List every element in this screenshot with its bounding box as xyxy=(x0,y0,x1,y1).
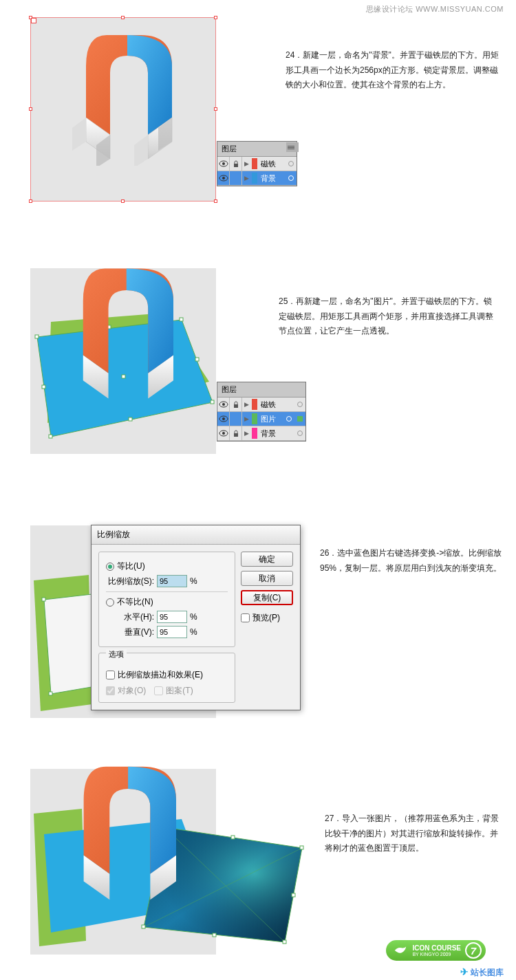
uniform-label: 等比(U) xyxy=(117,560,145,572)
layers-panel-title: 图层 xyxy=(222,144,237,154)
step-27-text: 27．导入一张图片，（推荐用蓝色系为主，背景比较干净的图片）对其进行缩放和旋转操… xyxy=(325,812,504,856)
canvas-bg-selected xyxy=(30,17,216,202)
visibility-toggle[interactable] xyxy=(217,398,230,411)
course-badge: ICON COURSE BY KINGYO 2009 7 xyxy=(386,940,486,961)
layer-color-swatch xyxy=(252,413,257,424)
expand-toggle[interactable]: ▶ xyxy=(242,157,250,171)
magnet-icon xyxy=(72,28,189,166)
layers-panel-2: 图层 ▶ 磁铁 ▶ 图片 ▶ 背景 xyxy=(217,382,306,442)
cancel-button[interactable]: 取消 xyxy=(241,571,293,586)
vert-label: 垂直(V): xyxy=(106,627,154,638)
selection-handle[interactable] xyxy=(121,16,125,19)
target-icon[interactable] xyxy=(288,175,294,181)
target-icon[interactable] xyxy=(297,431,303,436)
ok-button[interactable]: 确定 xyxy=(241,552,293,567)
layer-color-swatch xyxy=(252,399,257,410)
svg-rect-19 xyxy=(234,404,238,408)
horiz-input[interactable] xyxy=(157,611,187,623)
scale-s-input[interactable] xyxy=(157,575,187,587)
svg-rect-15 xyxy=(42,385,45,389)
panel-menu-icon[interactable] xyxy=(286,142,299,152)
objects-checkbox: 对象(O) xyxy=(106,685,146,697)
canvas-with-shapes xyxy=(30,268,216,454)
layer-name[interactable]: 图片 xyxy=(259,414,283,424)
svg-rect-28 xyxy=(42,598,45,601)
svg-point-21 xyxy=(222,417,225,420)
svg-rect-40 xyxy=(142,925,145,928)
options-legend: 选项 xyxy=(106,649,127,660)
visibility-toggle[interactable] xyxy=(217,157,230,171)
layers-panel-header: 图层 xyxy=(217,382,305,398)
canvas-step27 xyxy=(30,769,216,955)
preview-checkbox[interactable]: 预览(P) xyxy=(241,612,293,624)
visibility-toggle[interactable] xyxy=(217,426,230,440)
bird-icon xyxy=(393,943,408,958)
options-group: 选项 比例缩放描边和效果(E) 对象(O) 图案(T) xyxy=(98,653,235,703)
layer-name[interactable]: 磁铁 xyxy=(259,159,286,169)
expand-toggle[interactable]: ▶ xyxy=(242,398,250,411)
uniform-radio[interactable] xyxy=(106,563,114,571)
layer-row-magnet[interactable]: ▶ 磁铁 xyxy=(217,398,305,412)
target-icon[interactable] xyxy=(288,161,294,166)
lock-toggle[interactable] xyxy=(230,171,242,185)
layers-panel-header: 图层 xyxy=(217,142,297,157)
target-icon[interactable] xyxy=(297,402,303,407)
svg-rect-29 xyxy=(49,692,52,695)
selection-indicator xyxy=(297,416,303,422)
step-25-figure xyxy=(30,268,216,454)
svg-rect-24 xyxy=(234,433,238,437)
nonuniform-label: 不等比(N) xyxy=(117,596,153,608)
svg-point-18 xyxy=(222,403,225,406)
svg-rect-38 xyxy=(300,846,303,849)
selection-handle[interactable] xyxy=(214,16,217,19)
nonuniform-radio[interactable] xyxy=(106,598,114,607)
svg-point-23 xyxy=(222,432,225,435)
vert-input[interactable] xyxy=(157,626,187,638)
layers-panel: 图层 ▶ 磁铁 ▶ 背景 xyxy=(217,141,297,186)
lock-toggle[interactable] xyxy=(230,412,242,426)
svg-rect-10 xyxy=(211,400,214,404)
layer-row-magnet[interactable]: ▶ 磁铁 xyxy=(217,157,297,171)
step-24-text: 24．新建一层，命名为"背景"。并置于磁铁层的下方。用矩形工具画一个边长为256… xyxy=(286,48,506,93)
badge-number: 7 xyxy=(465,942,482,959)
selection-handle[interactable] xyxy=(214,199,217,203)
selection-handle[interactable] xyxy=(29,199,32,203)
layer-row-pic[interactable]: ▶ 图片 xyxy=(217,412,305,426)
target-icon[interactable] xyxy=(286,416,292,422)
lock-toggle[interactable] xyxy=(230,398,242,411)
layer-color-swatch xyxy=(252,158,257,169)
svg-rect-13 xyxy=(195,358,199,361)
site-watermark: 思缘设计论坛 WWW.MISSYUAN.COM xyxy=(366,4,504,14)
visibility-toggle[interactable] xyxy=(217,412,230,426)
lock-toggle[interactable] xyxy=(230,426,242,440)
horiz-label: 水平(H): xyxy=(106,611,154,623)
visibility-toggle[interactable] xyxy=(217,171,230,185)
lock-toggle[interactable] xyxy=(230,157,242,171)
layer-name[interactable]: 背景 xyxy=(259,428,294,439)
expand-toggle[interactable]: ▶ xyxy=(242,426,250,440)
layer-color-swatch xyxy=(252,428,257,439)
magnet-icon xyxy=(68,261,192,406)
layer-row-bg[interactable]: ▶ 背景 xyxy=(217,171,297,186)
selection-handle[interactable] xyxy=(29,107,32,111)
selection-handle[interactable] xyxy=(121,199,125,203)
wing-icon: ✈ xyxy=(460,966,469,977)
layer-row-bg[interactable]: ▶ 背景 xyxy=(217,426,305,441)
expand-toggle[interactable]: ▶ xyxy=(242,171,250,185)
layer-name[interactable]: 磁铁 xyxy=(259,400,294,410)
badge-text: ICON COURSE BY KINGYO 2009 xyxy=(412,944,461,957)
layer-name[interactable]: 背景 xyxy=(259,173,286,184)
scale-strokes-checkbox[interactable]: 比例缩放描边和效果(E) xyxy=(106,669,228,681)
svg-rect-2 xyxy=(234,164,238,167)
expand-toggle[interactable]: ▶ xyxy=(242,412,250,426)
layer-color-swatch xyxy=(252,173,257,184)
copy-button[interactable]: 复制(C) xyxy=(241,590,293,605)
svg-rect-39 xyxy=(283,940,286,944)
footer-logo: ✈ 站长图库 xyxy=(460,966,504,979)
percent-label: % xyxy=(190,612,197,622)
svg-rect-11 xyxy=(49,435,52,438)
magnet-icon xyxy=(68,759,195,907)
selection-handle[interactable] xyxy=(29,16,32,19)
svg-rect-42 xyxy=(292,893,295,897)
selection-handle[interactable] xyxy=(214,107,217,111)
